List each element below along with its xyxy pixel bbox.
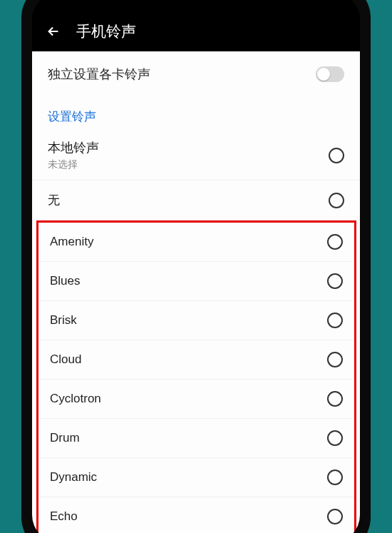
phone-screen: 手机铃声 独立设置各卡铃声 设置铃声 本地铃声 未选择 无 (32, 0, 360, 533)
radio-unchecked-icon (327, 509, 343, 524)
dual-sim-toggle-label: 独立设置各卡铃声 (48, 66, 150, 83)
radio-unchecked-icon (327, 469, 343, 485)
toggle-switch[interactable] (316, 66, 344, 82)
content-scroll[interactable]: 独立设置各卡铃声 设置铃声 本地铃声 未选择 无 Amenity (32, 51, 360, 533)
ringtone-label: Echo (50, 509, 78, 524)
ringtone-label: Dynamic (50, 470, 97, 484)
radio-unchecked-icon (327, 313, 343, 328)
radio-unchecked-icon (327, 352, 343, 367)
page-title: 手机铃声 (76, 21, 136, 41)
radio-unchecked-icon (327, 234, 343, 250)
back-button[interactable] (45, 23, 62, 40)
radio-unchecked-icon (329, 148, 344, 163)
ringtone-row[interactable]: Blues (38, 262, 354, 301)
ringtone-row[interactable]: Echo (38, 497, 354, 533)
ringtone-row[interactable]: Cyclotron (38, 380, 354, 419)
ringtone-row[interactable]: Brisk (38, 301, 354, 340)
ringtone-row[interactable]: Amenity (38, 223, 354, 262)
ringtone-row[interactable]: Cloud (38, 340, 354, 380)
ringtone-label: Amenity (50, 235, 93, 249)
ringtone-label: Blues (50, 274, 81, 288)
radio-unchecked-icon (327, 391, 343, 407)
none-ringtone-row[interactable]: 无 (32, 181, 360, 220)
ringtone-label: Cloud (50, 352, 81, 367)
local-ringtone-row[interactable]: 本地铃声 未选择 (32, 131, 360, 181)
local-ringtone-subtitle: 未选择 (48, 158, 99, 171)
ringtone-row[interactable]: Dynamic (38, 458, 354, 497)
ringtone-label: Drum (50, 431, 80, 445)
section-label: 设置铃声 (32, 98, 360, 131)
none-ringtone-label: 无 (48, 192, 60, 208)
arrow-left-icon (46, 24, 61, 39)
highlighted-ringtone-list: Amenity Blues Brisk Cloud Cyclotron (36, 220, 356, 533)
radio-unchecked-icon (327, 430, 343, 446)
notch (146, 0, 246, 10)
ringtone-label: Cyclotron (50, 392, 101, 406)
local-ringtone-title: 本地铃声 (48, 139, 99, 156)
radio-unchecked-icon (327, 273, 343, 289)
ringtone-label: Brisk (50, 313, 77, 328)
dual-sim-toggle-row[interactable]: 独立设置各卡铃声 (32, 51, 360, 98)
ringtone-row[interactable]: Drum (38, 419, 354, 458)
phone-frame: 手机铃声 独立设置各卡铃声 设置铃声 本地铃声 未选择 无 (21, 0, 371, 533)
radio-unchecked-icon (329, 193, 344, 208)
